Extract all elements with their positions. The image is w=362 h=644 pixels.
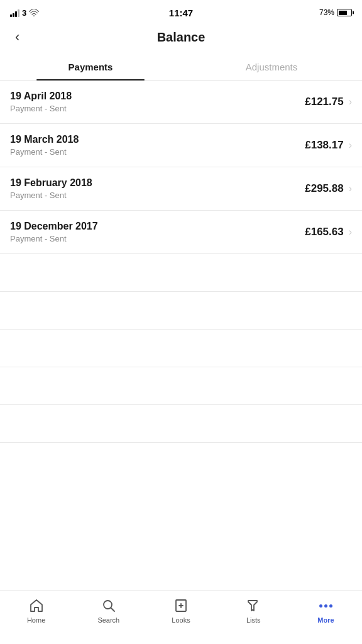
tab-payments[interactable]: Payments bbox=[0, 54, 181, 80]
more-icon bbox=[317, 597, 334, 614]
payment-right-3: £165.63 › bbox=[305, 226, 352, 238]
payment-amount-3: £165.63 bbox=[305, 226, 343, 238]
nav-item-search[interactable]: Search bbox=[72, 597, 145, 624]
payment-item-1[interactable]: 19 March 2018 Payment - Sent £138.17 › bbox=[0, 124, 362, 167]
empty-row-3 bbox=[0, 330, 362, 367]
payment-info-0: 19 April 2018 Payment - Sent bbox=[10, 91, 72, 113]
looks-icon bbox=[173, 597, 189, 614]
empty-row-1 bbox=[0, 254, 362, 292]
chevron-right-icon-2: › bbox=[349, 183, 352, 194]
payment-amount-1: £138.17 bbox=[305, 139, 343, 152]
nav-label-more: More bbox=[317, 616, 334, 624]
svg-point-0 bbox=[33, 15, 35, 16]
page-title: Balance bbox=[157, 30, 206, 45]
nav-item-looks[interactable]: Looks bbox=[145, 597, 217, 624]
nav-item-home[interactable]: Home bbox=[0, 597, 72, 624]
empty-row-2 bbox=[0, 292, 362, 330]
payment-list: 19 April 2018 Payment - Sent £121.75 › 1… bbox=[0, 80, 362, 443]
payment-right-2: £295.88 › bbox=[305, 182, 352, 195]
nav-item-lists[interactable]: Lists bbox=[217, 597, 290, 624]
status-bar: 3 11:47 73% bbox=[0, 0, 362, 23]
tabs-container: Payments Adjustments bbox=[0, 54, 362, 80]
status-right: 73% bbox=[319, 8, 352, 17]
payment-date-1: 19 March 2018 bbox=[10, 134, 79, 145]
payment-date-2: 19 February 2018 bbox=[10, 177, 92, 189]
nav-label-looks: Looks bbox=[172, 616, 190, 624]
payment-info-1: 19 March 2018 Payment - Sent bbox=[10, 134, 79, 157]
battery-percent: 73% bbox=[319, 8, 334, 17]
payment-info-3: 19 December 2017 Payment - Sent bbox=[10, 221, 98, 243]
bottom-nav: Home Search Looks Lists bbox=[0, 591, 362, 644]
home-icon bbox=[28, 597, 45, 614]
nav-label-home: Home bbox=[27, 616, 45, 624]
search-icon bbox=[101, 597, 117, 614]
nav-label-search: Search bbox=[97, 616, 119, 624]
payment-type-3: Payment - Sent bbox=[10, 234, 98, 243]
chevron-right-icon-3: › bbox=[349, 226, 352, 238]
payment-item-2[interactable]: 19 February 2018 Payment - Sent £295.88 … bbox=[0, 167, 362, 211]
payment-right-0: £121.75 › bbox=[305, 96, 352, 108]
payment-amount-0: £121.75 bbox=[305, 96, 343, 108]
payment-amount-2: £295.88 bbox=[305, 182, 343, 195]
payment-type-1: Payment - Sent bbox=[10, 147, 79, 157]
nav-label-lists: Lists bbox=[246, 616, 261, 624]
back-button[interactable]: ‹ bbox=[10, 28, 25, 47]
payment-type-2: Payment - Sent bbox=[10, 191, 92, 200]
payment-date-0: 19 April 2018 bbox=[10, 91, 72, 102]
tab-adjustments[interactable]: Adjustments bbox=[181, 54, 362, 80]
wifi-icon bbox=[29, 9, 39, 16]
header: ‹ Balance bbox=[0, 23, 362, 54]
payment-type-0: Payment - Sent bbox=[10, 104, 72, 113]
svg-line-2 bbox=[111, 608, 114, 612]
nav-item-more[interactable]: More bbox=[290, 597, 362, 624]
network-label: 3 bbox=[22, 8, 26, 18]
chevron-right-icon-1: › bbox=[349, 140, 352, 151]
chevron-right-icon-0: › bbox=[349, 96, 352, 108]
payment-item-0[interactable]: 19 April 2018 Payment - Sent £121.75 › bbox=[0, 80, 362, 124]
payment-item-3[interactable]: 19 December 2017 Payment - Sent £165.63 … bbox=[0, 211, 362, 254]
empty-row-5 bbox=[0, 405, 362, 443]
payment-info-2: 19 February 2018 Payment - Sent bbox=[10, 177, 92, 200]
signal-icon bbox=[10, 8, 19, 17]
status-left: 3 bbox=[10, 8, 39, 18]
status-time: 11:47 bbox=[169, 8, 193, 18]
lists-icon bbox=[245, 597, 261, 614]
battery-icon bbox=[337, 9, 352, 16]
payment-date-3: 19 December 2017 bbox=[10, 221, 98, 232]
empty-row-4 bbox=[0, 367, 362, 405]
payment-right-1: £138.17 › bbox=[305, 139, 352, 152]
